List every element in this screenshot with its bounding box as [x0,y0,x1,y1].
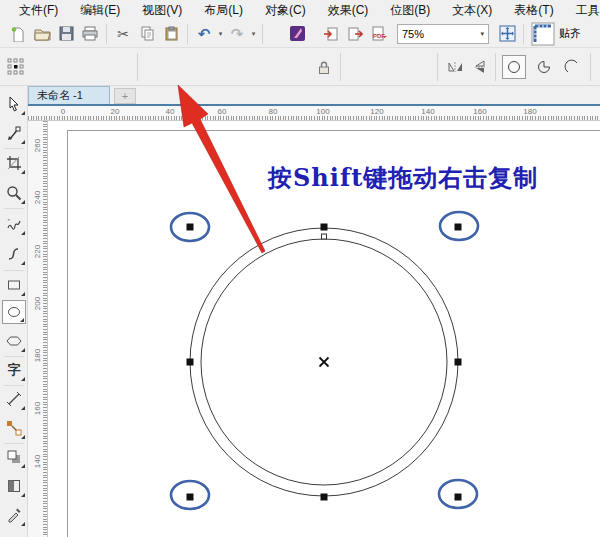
eyedropper-tool[interactable] [2,503,26,527]
menu-bitmaps[interactable]: 位图(B) [379,0,441,20]
menu-object[interactable]: 对象(C) [254,0,317,20]
toolbox-separator [4,270,24,271]
mirror-horizontal-icon [448,59,464,75]
hruler-label: 20 [105,107,125,116]
menu-tools[interactable]: 工具(O) [565,0,600,20]
vertical-ruler[interactable]: 260 240 220 200 180 160 140 [28,121,48,537]
propbar-separator [590,53,591,81]
polygon-tool[interactable] [2,329,26,353]
rectangle-tool[interactable] [2,273,26,297]
export-icon [347,26,363,42]
propbar-separator [340,53,341,81]
menu-view[interactable]: 视图(V) [131,0,193,20]
new-document-button[interactable] [6,22,30,46]
export-button[interactable] [343,22,367,46]
rulers-icon [531,22,555,46]
lock-icon [317,60,331,75]
shape-tool[interactable] [2,121,26,145]
cut-icon: ✂ [117,26,129,42]
menu-edit[interactable]: 编辑(E) [69,0,131,20]
vruler-label: 140 [33,452,42,472]
mirror-vertical-button[interactable] [468,55,492,79]
toolbar-separator [262,24,263,44]
arc-mode-button[interactable] [560,55,584,79]
pie-mode-button[interactable] [532,55,556,79]
redo-dropdown-arrow[interactable]: ▾ [249,30,258,38]
hruler-label: 60 [212,107,232,116]
ellipse-mode-button[interactable] [502,55,526,79]
vruler-label: 180 [33,346,42,366]
hruler-label: 160 [470,107,490,116]
toolbox: 字 [0,86,28,537]
menu-file[interactable]: 文件(F) [8,0,69,20]
plus-icon: + [122,90,128,102]
standard-toolbar: ✂ ↶ ▾ ↷ ▾ PDF 75% ▾ 贴齐 [0,20,600,48]
magnifier-icon [6,185,22,201]
hruler-label: 180 [520,107,540,116]
mirror-horizontal-button[interactable] [444,55,468,79]
redo-icon: ↷ [231,25,244,43]
print-button[interactable] [78,22,102,46]
annotation-text: 按Shift键拖动右击复制 [268,162,598,192]
vruler-label: 260 [33,136,42,156]
vruler-label: 200 [33,294,42,314]
curve-icon [6,246,22,262]
object-origin-selector-icon[interactable] [6,57,26,77]
freehand-tool[interactable] [2,212,26,236]
chevron-down-icon[interactable]: ▾ [480,30,484,38]
dimension-tool[interactable] [2,387,26,411]
shape-tool-icon [6,125,22,141]
dimension-icon [6,391,22,407]
new-document-tab-button[interactable]: + [114,88,136,104]
show-rulers-button[interactable] [528,22,558,46]
menubar: 文件(F) 编辑(E) 视图(V) 布局(L) 对象(C) 效果(C) 位图(B… [0,0,600,20]
crop-tool[interactable] [2,151,26,175]
undo-dropdown-arrow[interactable]: ▾ [216,30,225,38]
pick-tool-icon [7,96,22,112]
document-tab-title: 未命名 -1 [37,88,83,103]
import-button[interactable] [319,22,343,46]
toolbar-separator [187,24,188,44]
paste-button[interactable] [159,22,183,46]
vruler-label: 240 [33,188,42,208]
toolbox-separator [4,148,24,149]
menu-layout[interactable]: 布局(L) [193,0,254,20]
transparency-tool[interactable] [2,474,26,498]
page-left-edge [67,130,68,537]
zoom-tool[interactable] [2,181,26,205]
pie-icon [536,59,552,75]
menu-effects[interactable]: 效果(C) [317,0,380,20]
pick-tool[interactable] [2,92,26,116]
toolbar-separator [523,24,524,44]
zoom-level-combobox[interactable]: 75% ▾ [397,24,489,44]
propbar-separator [495,53,496,81]
fullscreen-preview-button[interactable] [495,22,519,46]
horizontal-ruler[interactable]: 0 20 40 60 80 100 120 140 160 180 [28,106,600,121]
vruler-label: 160 [33,399,42,419]
cut-button[interactable]: ✂ [111,22,135,46]
menu-text[interactable]: 文本(X) [441,0,503,20]
document-tab[interactable]: 未命名 -1 [28,86,110,104]
transparency-icon [6,478,22,494]
zoom-level-value: 75% [402,28,480,40]
copy-button[interactable] [135,22,159,46]
drop-shadow-tool[interactable] [2,445,26,469]
app-launcher-button[interactable] [285,22,309,46]
snap-to-button[interactable]: 贴齐 [558,22,582,46]
drop-shadow-icon [6,449,22,465]
menu-table[interactable]: 表格(T) [503,0,564,20]
text-tool[interactable]: 字 [2,358,26,382]
undo-button[interactable]: ↶ [192,22,216,46]
save-button[interactable] [54,22,78,46]
open-button[interactable] [30,22,54,46]
pdf-icon: PDF [371,26,388,42]
lock-ratio-button[interactable] [312,55,336,79]
ellipse-tool[interactable] [2,300,26,324]
toolbox-separator [4,385,24,386]
curve-tool[interactable] [2,242,26,266]
redo-button[interactable]: ↷ [225,22,249,46]
connector-tool[interactable] [2,416,26,440]
publish-pdf-button[interactable]: PDF [367,22,391,46]
hruler-label: 0 [53,107,73,116]
eyedropper-icon [6,507,22,523]
